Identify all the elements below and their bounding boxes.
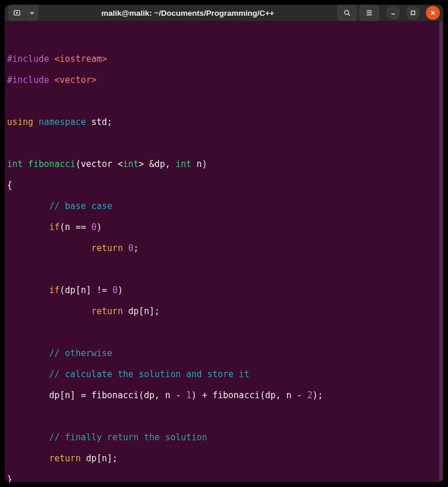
code-line bbox=[7, 327, 441, 338]
new-tab-button[interactable] bbox=[8, 5, 26, 21]
hamburger-icon bbox=[365, 9, 373, 17]
code-line: using namespace std; bbox=[7, 117, 441, 127]
new-tab-dropdown[interactable] bbox=[26, 5, 38, 21]
code-line: // base case bbox=[7, 201, 441, 211]
search-icon bbox=[343, 9, 351, 17]
code-line bbox=[7, 264, 441, 274]
scrollbar[interactable] bbox=[439, 21, 443, 482]
code-line: return dp[n]; bbox=[7, 306, 441, 316]
code-line: return dp[n]; bbox=[7, 453, 441, 464]
svg-line-4 bbox=[348, 14, 350, 16]
window-title: malik@malik: ~/Documents/Programming/C++ bbox=[41, 9, 335, 18]
code-line: int fibonacci(vector <int> &dp, int n) bbox=[7, 159, 441, 169]
code-line: // finally return the solution bbox=[7, 432, 441, 443]
new-tab-icon bbox=[13, 9, 21, 17]
maximize-button[interactable] bbox=[406, 6, 420, 20]
code-area: #include <iostream> #include <vector> us… bbox=[7, 43, 441, 482]
code-line: return 0; bbox=[7, 243, 441, 253]
svg-rect-9 bbox=[411, 11, 415, 15]
minimize-button[interactable] bbox=[386, 6, 400, 20]
code-line: if(dp[n] != 0) bbox=[7, 285, 441, 295]
svg-point-3 bbox=[345, 11, 349, 15]
code-line: if(n == 0) bbox=[7, 222, 441, 232]
code-line bbox=[7, 138, 441, 148]
search-button[interactable] bbox=[337, 5, 357, 21]
code-line: // calculate the solution and store it bbox=[7, 369, 441, 380]
code-line: #include <vector> bbox=[7, 75, 441, 85]
new-tab-group bbox=[8, 5, 38, 21]
window-controls bbox=[386, 6, 440, 20]
code-line: dp[n] = fibonacci(dp, n - 1) + fibonacci… bbox=[7, 390, 441, 401]
titlebar: malik@malik: ~/Documents/Programming/C++ bbox=[5, 5, 443, 21]
code-line bbox=[7, 411, 441, 422]
close-button[interactable] bbox=[426, 6, 440, 20]
chevron-down-icon bbox=[29, 10, 35, 16]
minimize-icon bbox=[390, 10, 396, 16]
code-line: #include <iostream> bbox=[7, 54, 441, 64]
close-icon bbox=[430, 10, 436, 16]
terminal-viewport[interactable]: #include <iostream> #include <vector> us… bbox=[5, 21, 443, 482]
scrollbar-thumb[interactable] bbox=[439, 21, 443, 482]
code-line: { bbox=[7, 180, 441, 190]
code-line bbox=[7, 96, 441, 106]
hamburger-menu-button[interactable] bbox=[359, 5, 379, 21]
terminal-window: malik@malik: ~/Documents/Programming/C++… bbox=[5, 5, 443, 482]
code-line: // otherwise bbox=[7, 348, 441, 359]
code-line: } bbox=[7, 474, 441, 482]
maximize-icon bbox=[410, 10, 416, 16]
